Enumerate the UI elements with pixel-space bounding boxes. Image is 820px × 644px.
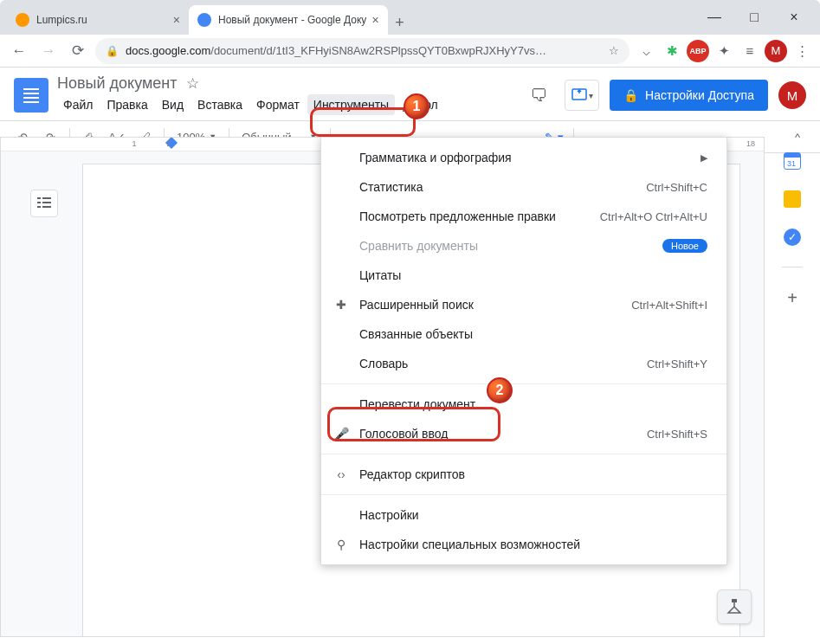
google-docs-logo-icon[interactable] <box>14 78 48 113</box>
menu-item-translate[interactable]: Перевести документ <box>321 390 726 419</box>
browser-tab-1[interactable]: Новый документ - Google Доку × <box>189 5 388 35</box>
address-bar: ← → ⟳ 🔒 docs.google.com/document/d/1tI3_… <box>0 35 820 68</box>
microphone-icon: 🎤 <box>333 427 349 441</box>
pocket-icon[interactable]: ⌵ <box>635 40 657 62</box>
side-panel: 31 ✓ + <box>770 137 815 308</box>
explore-button[interactable] <box>717 589 752 624</box>
tasks-icon[interactable]: ✓ <box>784 229 801 246</box>
menu-item-compare: Сравнить документыНовое <box>321 231 726 261</box>
menu-item-wordcount[interactable]: СтатистикаCtrl+Shift+C <box>321 172 726 202</box>
keep-icon[interactable] <box>784 190 801 208</box>
adblock-icon[interactable]: ABP <box>687 40 709 62</box>
calendar-icon[interactable]: 31 <box>784 152 801 170</box>
menu-separator <box>321 383 726 384</box>
tab-title: Lumpics.ru <box>36 14 168 26</box>
menu-edit[interactable]: Правка <box>100 94 153 115</box>
reader-icon[interactable]: ≡ <box>739 40 761 62</box>
add-addon-button[interactable]: + <box>787 288 797 308</box>
share-button[interactable]: 🔒 Настройки Доступа <box>610 80 768 111</box>
menu-bar: Файл Правка Вид Вставка Формат Инструмен… <box>57 94 514 115</box>
menu-item-voice-typing[interactable]: 🎤Голосовой вводCtrl+Shift+S <box>321 419 726 448</box>
menu-item-preferences[interactable]: Настройки <box>321 500 726 530</box>
forward-button[interactable]: → <box>36 39 61 63</box>
close-window-button[interactable]: × <box>775 4 813 30</box>
comments-icon[interactable]: 🗨 <box>523 80 554 111</box>
reload-button[interactable]: ⟳ <box>66 39 90 63</box>
new-tab-button[interactable]: + <box>388 10 412 35</box>
accessibility-icon: ⚲ <box>333 538 349 551</box>
svg-rect-6 <box>42 206 51 208</box>
present-button[interactable]: ▾ <box>565 80 599 111</box>
menu-item-linked-objects[interactable]: Связанные объекты <box>321 319 726 349</box>
maximize-button[interactable]: □ <box>735 4 773 30</box>
submenu-arrow-icon: ▶ <box>701 152 707 164</box>
extensions-menu-icon[interactable]: ✦ <box>713 40 735 62</box>
browser-tab-strip: Lumpics.ru × Новый документ - Google Док… <box>0 0 820 35</box>
callout-2: 2 <box>487 377 513 403</box>
svg-rect-7 <box>732 599 737 602</box>
lock-icon: 🔒 <box>623 88 638 102</box>
lock-icon: 🔒 <box>106 45 119 57</box>
evernote-icon[interactable]: ✱ <box>661 40 683 62</box>
tab-title: Новый документ - Google Доку <box>218 14 366 26</box>
menu-format[interactable]: Формат <box>250 94 306 115</box>
svg-rect-2 <box>42 197 51 199</box>
browser-tab-0[interactable]: Lumpics.ru × <box>7 5 189 35</box>
star-icon[interactable]: ☆ <box>186 74 199 93</box>
url-text: docs.google.com/document/d/1tI3_KFHyiSN8… <box>126 44 546 57</box>
menu-file[interactable]: Файл <box>57 94 99 115</box>
svg-rect-5 <box>37 206 41 208</box>
menu-item-grammar[interactable]: Грамматика и орфография▶ <box>321 143 726 172</box>
extensions-area: ⌵ ✱ ABP ✦ ≡ M ⋮ <box>635 40 813 62</box>
url-input[interactable]: 🔒 docs.google.com/document/d/1tI3_KFHyiS… <box>95 38 630 64</box>
menu-tools[interactable]: Инструменты <box>307 94 395 115</box>
menu-separator <box>321 494 726 495</box>
menu-item-accessibility[interactable]: ⚲Настройки специальных возможностей <box>321 530 726 559</box>
menu-item-review-suggestions[interactable]: Посмотреть предложенные правкиCtrl+Alt+O… <box>321 202 726 231</box>
callout-1: 1 <box>404 93 429 119</box>
window-controls: — □ × <box>695 0 813 35</box>
menu-separator <box>321 454 726 454</box>
share-label: Настройки Доступа <box>645 88 754 102</box>
favicon-icon <box>16 13 29 27</box>
chrome-menu-button[interactable]: ⋮ <box>791 40 813 62</box>
svg-rect-1 <box>37 197 41 199</box>
back-button[interactable]: ← <box>7 39 31 63</box>
svg-rect-4 <box>42 202 51 203</box>
bookmark-star-icon[interactable]: ☆ <box>609 44 619 57</box>
menu-item-citations[interactable]: Цитаты <box>321 261 726 290</box>
favicon-icon <box>197 13 211 27</box>
svg-rect-3 <box>37 202 41 203</box>
close-icon[interactable]: × <box>371 13 378 27</box>
account-avatar[interactable]: M <box>778 81 806 109</box>
menu-item-script-editor[interactable]: ‹›Редактор скриптов <box>321 460 726 489</box>
minimize-button[interactable]: — <box>695 4 733 30</box>
close-icon[interactable]: × <box>173 13 180 27</box>
tools-dropdown: Грамматика и орфография▶ СтатистикаCtrl+… <box>320 137 727 565</box>
document-title[interactable]: Новый документ <box>57 74 178 93</box>
menu-insert[interactable]: Вставка <box>191 94 249 115</box>
menu-item-dictionary[interactable]: СловарьCtrl+Shift+Y <box>321 349 726 378</box>
document-outline-button[interactable] <box>30 190 58 217</box>
menu-item-explore[interactable]: ✚Расширенный поискCtrl+Alt+Shift+I <box>321 290 726 319</box>
code-icon: ‹› <box>333 467 349 481</box>
menu-view[interactable]: Вид <box>156 94 190 115</box>
profile-avatar[interactable]: M <box>765 40 787 62</box>
plus-box-icon: ✚ <box>333 298 349 312</box>
